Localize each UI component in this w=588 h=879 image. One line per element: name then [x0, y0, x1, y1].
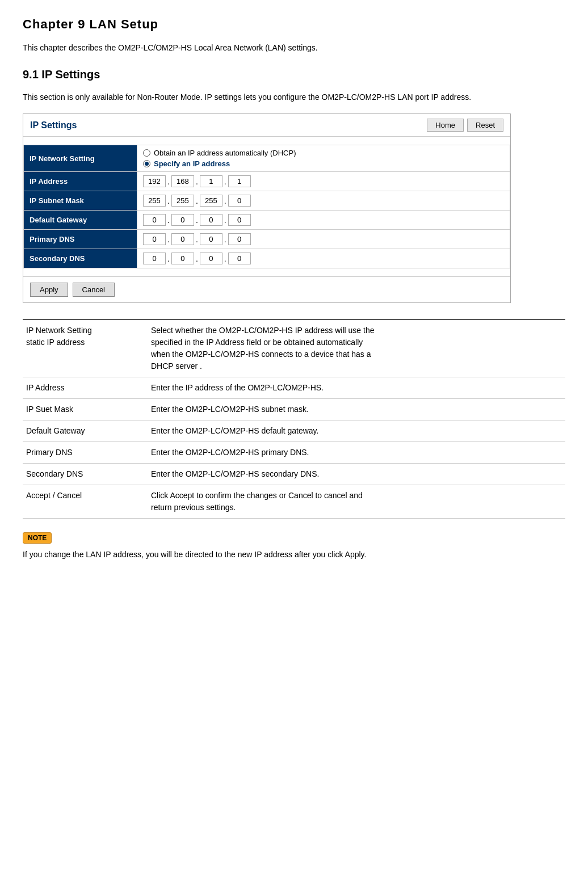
panel-title: IP Settings: [30, 120, 77, 131]
radio-static-label: Specify an IP address: [154, 159, 230, 168]
ip-address-input-group: . . .: [143, 175, 504, 187]
ip-dot-1: .: [167, 177, 170, 186]
ip-network-setting-label: IP Network Setting: [24, 145, 137, 172]
ip-subnet-mask-octet-2[interactable]: [171, 195, 194, 207]
ip-dot-pd-2: .: [195, 235, 199, 244]
panel-footer: Apply Cancel: [23, 276, 510, 302]
ip-subnet-mask-value: . . .: [137, 191, 510, 211]
ip-dot-gw-1: .: [167, 216, 170, 225]
desc-row: Primary DNSEnter the OM2P-LC/OM2P-HS pri…: [23, 442, 565, 464]
primary-dns-value: . . .: [137, 230, 510, 249]
note-text: If you change the LAN IP address, you wi…: [23, 548, 565, 561]
ip-address-octet-3[interactable]: [200, 175, 222, 187]
desc-term: IP Address: [23, 377, 148, 399]
panel-header-buttons: Home Reset: [427, 119, 503, 132]
secondary-dns-octet-3[interactable]: [200, 253, 222, 264]
ip-address-octet-4[interactable]: [228, 175, 251, 187]
desc-row: IP AddressEnter the IP address of the OM…: [23, 377, 565, 399]
desc-definition: Enter the OM2P-LC/OM2P-HS default gatewa…: [148, 420, 565, 442]
note-badge: NOTE: [23, 532, 52, 544]
primary-dns-input-group: . . .: [143, 233, 504, 245]
ip-settings-panel: IP Settings Home Reset IP Network Settin…: [23, 113, 511, 303]
radio-row-dhcp[interactable]: Obtain an IP address automatically (DHCP…: [143, 149, 504, 157]
table-row-primary-dns: Primary DNS . . .: [24, 230, 510, 249]
section-title: 9.1 IP Settings: [23, 68, 565, 81]
chapter-intro: This chapter describes the OM2P-LC/OM2P-…: [23, 43, 565, 52]
default-gateway-octet-1[interactable]: [143, 214, 166, 226]
ip-address-octet-2[interactable]: [171, 175, 194, 187]
panel-header: IP Settings Home Reset: [23, 114, 510, 137]
desc-row: Accept / CancelClick Accept to confirm t…: [23, 485, 565, 519]
desc-term: Default Gateway: [23, 420, 148, 442]
default-gateway-octet-2[interactable]: [171, 214, 194, 226]
ip-dot-pd-1: .: [167, 235, 170, 244]
secondary-dns-input-group: . . .: [143, 253, 504, 264]
note-section: NOTE If you change the LAN IP address, y…: [23, 532, 565, 561]
secondary-dns-value: . . .: [137, 249, 510, 268]
ip-network-setting-value: Obtain an IP address automatically (DHCP…: [137, 145, 510, 172]
desc-row: Secondary DNSEnter the OM2P-LC/OM2P-HS s…: [23, 464, 565, 485]
primary-dns-octet-3[interactable]: [200, 233, 222, 245]
default-gateway-label: Default Gateway: [24, 211, 137, 230]
desc-definition: Select whether the OM2P-LC/OM2P-HS IP ad…: [148, 319, 565, 377]
secondary-dns-octet-2[interactable]: [171, 253, 194, 264]
secondary-dns-octet-1[interactable]: [143, 253, 166, 264]
ip-dot-2: .: [195, 177, 199, 186]
desc-term: Accept / Cancel: [23, 485, 148, 519]
ip-dot-sm-3: .: [224, 196, 227, 205]
desc-row: Default GatewayEnter the OM2P-LC/OM2P-HS…: [23, 420, 565, 442]
ip-network-radio-group: Obtain an IP address automatically (DHCP…: [143, 149, 504, 168]
ip-subnet-mask-octet-1[interactable]: [143, 195, 166, 207]
ip-address-label: IP Address: [24, 172, 137, 191]
ip-subnet-mask-label: IP Subnet Mask: [24, 191, 137, 211]
ip-subnet-mask-input-group: . . .: [143, 195, 504, 207]
ip-address-value: . . .: [137, 172, 510, 191]
ip-dot-sm-2: .: [195, 196, 199, 205]
ip-dot-pd-3: .: [224, 235, 227, 244]
default-gateway-input-group: . . .: [143, 214, 504, 226]
cancel-button[interactable]: Cancel: [73, 283, 115, 297]
radio-dhcp[interactable]: [143, 149, 150, 157]
ip-dot-gw-2: .: [195, 216, 199, 225]
table-row-ip-subnet-mask: IP Subnet Mask . . .: [24, 191, 510, 211]
home-button[interactable]: Home: [427, 119, 464, 132]
primary-dns-label: Primary DNS: [24, 230, 137, 249]
description-table: IP Network Setting static IP addressSele…: [23, 319, 565, 519]
desc-definition: Enter the OM2P-LC/OM2P-HS secondary DNS.: [148, 464, 565, 485]
desc-term: IP Network Setting static IP address: [23, 319, 148, 377]
desc-term: IP Suet Mask: [23, 399, 148, 420]
table-row-ip-network-setting: IP Network Setting Obtain an IP address …: [24, 145, 510, 172]
ip-subnet-mask-octet-4[interactable]: [228, 195, 251, 207]
radio-row-static[interactable]: Specify an IP address: [143, 159, 504, 168]
desc-row: IP Suet MaskEnter the OM2P-LC/OM2P-HS su…: [23, 399, 565, 420]
desc-term: Secondary DNS: [23, 464, 148, 485]
primary-dns-octet-4[interactable]: [228, 233, 251, 245]
section-desc: This section is only available for Non-R…: [23, 91, 565, 103]
primary-dns-octet-2[interactable]: [171, 233, 194, 245]
radio-dhcp-label: Obtain an IP address automatically (DHCP…: [154, 149, 296, 157]
ip-dot-sd-2: .: [195, 254, 199, 263]
table-row-secondary-dns: Secondary DNS . . .: [24, 249, 510, 268]
desc-definition: Click Accept to confirm the changes or C…: [148, 485, 565, 519]
ip-address-octet-1[interactable]: [143, 175, 166, 187]
secondary-dns-octet-4[interactable]: [228, 253, 251, 264]
default-gateway-value: . . .: [137, 211, 510, 230]
chapter-title: Chapter 9 LAN Setup: [23, 17, 565, 32]
default-gateway-octet-3[interactable]: [200, 214, 222, 226]
ip-dot-sd-3: .: [224, 254, 227, 263]
apply-button[interactable]: Apply: [30, 283, 68, 297]
panel-body: IP Network Setting Obtain an IP address …: [23, 137, 510, 276]
secondary-dns-label: Secondary DNS: [24, 249, 137, 268]
desc-term: Primary DNS: [23, 442, 148, 464]
desc-definition: Enter the IP address of the OM2P-LC/OM2P…: [148, 377, 565, 399]
ip-subnet-mask-octet-3[interactable]: [200, 195, 222, 207]
radio-static[interactable]: [143, 160, 150, 167]
table-row-default-gateway: Default Gateway . . .: [24, 211, 510, 230]
settings-table: IP Network Setting Obtain an IP address …: [23, 145, 510, 268]
desc-definition: Enter the OM2P-LC/OM2P-HS primary DNS.: [148, 442, 565, 464]
default-gateway-octet-4[interactable]: [228, 214, 251, 226]
ip-dot-gw-3: .: [224, 216, 227, 225]
reset-button[interactable]: Reset: [467, 119, 503, 132]
primary-dns-octet-1[interactable]: [143, 233, 166, 245]
desc-row: IP Network Setting static IP addressSele…: [23, 319, 565, 377]
